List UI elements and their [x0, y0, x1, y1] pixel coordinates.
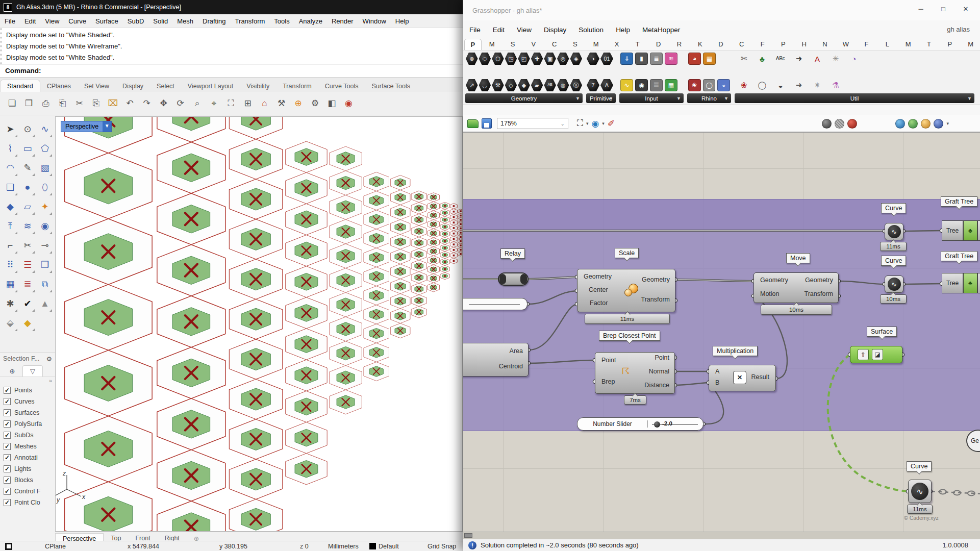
rhino-menu-drafting[interactable]: Drafting: [198, 17, 231, 25]
record-history-icon[interactable]: ⚙: [307, 96, 323, 111]
gh-component-icon[interactable]: ▣: [544, 53, 556, 65]
save-icon[interactable]: ⎙: [38, 96, 54, 111]
rhino-toolbar-tab-viewport-layout[interactable]: Viewport Layout: [181, 80, 240, 92]
pan-icon[interactable]: ✥: [156, 96, 171, 111]
gh-component-icon[interactable]: ⊗: [466, 53, 478, 65]
gh-component-icon[interactable]: ◰: [518, 53, 530, 65]
curve-mid-component[interactable]: ∿: [885, 276, 903, 293]
gh-ribbon-tab-18[interactable]: W: [835, 39, 856, 50]
gh-component-icon[interactable]: ◳: [505, 53, 517, 65]
rhino-menu-render[interactable]: Render: [327, 17, 358, 25]
curve-mid-label-chip[interactable]: Curve: [881, 256, 906, 266]
gh-menu-help[interactable]: Help: [610, 26, 636, 34]
filter-tab-objects[interactable]: ⊕: [2, 365, 22, 377]
gh-ribbon-tab-8[interactable]: T: [627, 39, 648, 50]
rhino-menu-surface[interactable]: Surface: [91, 17, 123, 25]
rectangle-icon[interactable]: ▭: [19, 139, 36, 158]
graft-tree-2-label-chip[interactable]: Graft Tree: [941, 251, 977, 261]
gh-ribbon-tab-13[interactable]: C: [731, 39, 752, 50]
gumball-icon[interactable]: ⊕: [290, 96, 306, 111]
point-icon[interactable]: ⊙: [19, 119, 36, 139]
tree-in[interactable]: Tree: [942, 273, 963, 293]
multiplication-component[interactable]: A B ✕ Result: [709, 365, 776, 391]
rotate-view-icon[interactable]: ⟳: [172, 96, 188, 111]
layer-color-swatch[interactable]: [369, 543, 376, 549]
cylinder-icon[interactable]: ⬯: [36, 178, 54, 197]
array-grid-icon[interactable]: ⠿: [2, 255, 19, 274]
bcp-input-point[interactable]: Point: [601, 357, 616, 364]
gh-component-icon[interactable]: 01: [600, 53, 613, 65]
number-slider-track[interactable]: -2.0: [648, 418, 703, 430]
preview-eye-icon[interactable]: ◉: [591, 118, 599, 129]
gh-component-icon[interactable]: ↗: [466, 79, 478, 91]
surface-label-chip[interactable]: Surface: [867, 327, 897, 337]
green-display-icon[interactable]: [908, 119, 918, 129]
gh-menu-display[interactable]: Display: [538, 26, 572, 34]
gh-component-icon[interactable]: ✳: [830, 53, 842, 65]
gh-ribbon-tab-4[interactable]: C: [544, 39, 565, 50]
filter-row-control-f[interactable]: ✓Control F: [0, 486, 55, 497]
surface-corner-icon[interactable]: ▧: [36, 158, 54, 178]
gh-component-icon[interactable]: ☰: [650, 79, 663, 91]
gh-ribbon-tab-22[interactable]: T: [919, 39, 940, 50]
gh-component-icon[interactable]: ◒: [717, 79, 730, 91]
extrude-icon[interactable]: ⤒: [2, 216, 19, 236]
checkbox[interactable]: ✓: [4, 477, 11, 484]
sphere-icon[interactable]: ●: [19, 178, 36, 197]
gh-menu-edit[interactable]: Edit: [487, 26, 511, 34]
move-label-chip[interactable]: Move: [786, 253, 810, 263]
surface-component[interactable]: ⇧ ◪: [850, 346, 902, 363]
chevron-down-icon[interactable]: ▼: [103, 121, 111, 132]
mult-input-b[interactable]: B: [715, 379, 719, 386]
gh-component-icon[interactable]: ◆: [518, 79, 530, 91]
gh-ribbon-tab-2[interactable]: S: [502, 39, 523, 50]
graft-tree-1-label-chip[interactable]: Graft Tree: [941, 196, 977, 207]
gh-ribbon-tab-3[interactable]: V: [523, 39, 544, 50]
select-arrow-icon[interactable]: ➤: [2, 119, 19, 139]
fillet-icon[interactable]: ⌐: [2, 236, 19, 255]
status-units[interactable]: Millimeters: [328, 543, 359, 550]
filter-row-surfaces[interactable]: ✓Surfaces: [0, 407, 55, 418]
chevron-down-icon[interactable]: ▾: [586, 121, 589, 126]
partial-slider-component[interactable]: [463, 298, 527, 310]
gh-component-icon[interactable]: ◒: [774, 79, 787, 91]
gh-ribbon-tab-14[interactable]: F: [752, 39, 773, 50]
cut-icon[interactable]: ✂: [71, 96, 87, 111]
scale-label-chip[interactable]: Scale: [615, 248, 639, 258]
scrollbar-thumb[interactable]: [464, 533, 472, 538]
checkbox[interactable]: ✓: [4, 387, 11, 394]
plane-icon[interactable]: ▱: [19, 197, 36, 216]
checkbox[interactable]: ✓: [4, 398, 11, 405]
move-input-motion[interactable]: Motion: [760, 290, 780, 297]
rhino-toolbar-tab-visibility[interactable]: Visibility: [240, 80, 276, 92]
arc-icon[interactable]: ◠: [2, 158, 19, 178]
tree-out[interactable]: Tree: [977, 220, 980, 241]
offset-pair-icon[interactable]: ❒: [36, 255, 54, 274]
filter-row-point-clo[interactable]: ✓Point Clo: [0, 497, 55, 508]
gh-component-icon[interactable]: ◑: [587, 53, 599, 65]
curve-bottom-label-chip[interactable]: Curve: [907, 461, 932, 471]
new-file-icon[interactable]: ❏: [4, 96, 20, 111]
gh-ribbon-tab-11[interactable]: K: [690, 39, 711, 50]
gh-component-icon[interactable]: ◯: [756, 79, 768, 91]
zoom-selected-icon[interactable]: ⛶: [223, 96, 239, 111]
render-cube-icon[interactable]: ◉: [341, 96, 357, 111]
rhino-menu-file[interactable]: File: [0, 17, 20, 25]
viewport-grid-icon[interactable]: ⊞: [240, 96, 256, 111]
filter-row-points[interactable]: ✓Points: [0, 385, 55, 396]
scale-output-transform[interactable]: Transform: [641, 296, 670, 303]
polygon-icon[interactable]: ⬠: [36, 139, 54, 158]
orange-display-icon[interactable]: [921, 119, 931, 129]
layer-swatch-icon[interactable]: [5, 543, 12, 550]
rhino-menu-curve[interactable]: Curve: [64, 17, 91, 25]
gh-component-icon[interactable]: ✚: [531, 53, 543, 65]
paste-icon[interactable]: ⌧: [105, 96, 121, 111]
gh-component-icon[interactable]: ◇: [505, 79, 517, 91]
gh-component-icon[interactable]: ᴬᴮᶜ: [774, 53, 787, 65]
multiplication-label-chip[interactable]: Multiplication: [713, 346, 758, 356]
gh-ribbon-tab-10[interactable]: R: [669, 39, 690, 50]
gh-ribbon-tab-7[interactable]: X: [607, 39, 627, 50]
car-display-icon[interactable]: ⌂: [257, 96, 272, 111]
bcp-input-brep[interactable]: Brep: [601, 378, 615, 385]
filter-tab-funnel[interactable]: ▽: [22, 365, 43, 377]
